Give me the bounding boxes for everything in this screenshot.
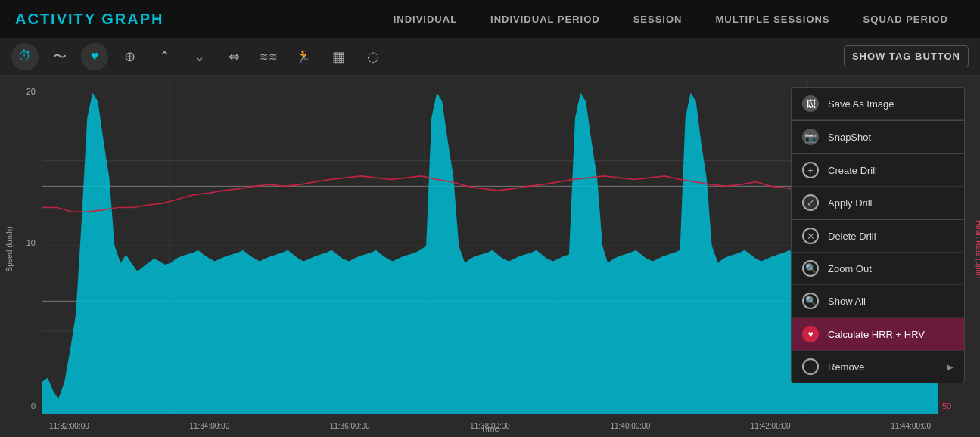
show-tag-button[interactable]: SHOW TAG BUTTON [844, 45, 969, 67]
minus-icon: − [802, 358, 819, 375]
heart-icon[interactable]: ♥ [81, 43, 108, 70]
create-drill-label: Create Drill [828, 165, 954, 176]
y-left-label-bottom: 0 [31, 401, 36, 411]
bar-chart-icon[interactable]: ▦ [325, 43, 352, 70]
x-axis-label: Time [481, 424, 499, 433]
y-axis-left: 20 10 0 Speed (km/h) [0, 76, 42, 414]
calculate-hrr-label: Calculate HRR + HRV [828, 329, 954, 340]
submenu-arrow: ▶ [947, 363, 954, 371]
heart-filled-icon: ♥ [802, 326, 819, 342]
menu-item-delete-drill[interactable]: ✕ Delete Drill [792, 220, 964, 253]
x-label-5: 11:42:00:00 [751, 422, 791, 430]
chevron-up-icon[interactable]: ⌃ [151, 43, 178, 70]
y-left-axis-label: Speed (km/h) [5, 226, 14, 271]
x-label-0: 11:32:00:00 [49, 422, 89, 430]
nav-tabs: INDIVIDUAL INDIVIDUAL PERIOD SESSION MUL… [377, 0, 965, 38]
show-all-label: Show All [828, 296, 954, 307]
app-title: ACTIVITY GRAPH [15, 11, 164, 28]
check-icon: ✓ [802, 194, 819, 211]
y-right-label-bottom: 50 [942, 401, 951, 411]
context-menu: 🖼 Save As Image 📷 SnapShot + Create Dril… [791, 87, 965, 383]
menu-item-show-all[interactable]: 🔍 Show All [792, 285, 964, 318]
image-icon: 🖼 [802, 95, 819, 112]
y-left-label-top: 20 [26, 87, 36, 96]
chevron-down-icon[interactable]: ⌄ [185, 43, 213, 70]
chart-area: 20 10 0 Speed (km/h) 150 100 50 Heart Ra… [0, 76, 980, 437]
toolbar: ⏱ 〜 ♥ ⊕ ⌃ ⌄ ⇔ ≋≋ 🏃 ▦ ◌ SHOW TAG BUTTON [0, 38, 980, 76]
header: ACTIVITY GRAPH INDIVIDUAL INDIVIDUAL PER… [0, 0, 980, 38]
y-right-axis-label: Heart Rate (bpm) [975, 220, 981, 278]
menu-item-snapshot[interactable]: 📷 SnapShot [792, 121, 964, 153]
x-icon: ✕ [802, 228, 819, 244]
menu-item-create-drill[interactable]: + Create Drill [792, 154, 964, 187]
remove-label: Remove [828, 361, 938, 373]
x-label-6: 11:44:00:00 [891, 422, 931, 430]
menu-item-save-as-image[interactable]: 🖼 Save As Image [792, 88, 964, 120]
tab-individual-period[interactable]: INDIVIDUAL PERIOD [474, 0, 617, 38]
x-label-1: 11:34:00:00 [189, 422, 229, 430]
graph-icon[interactable]: 〜 [46, 43, 73, 70]
y-left-label-mid: 10 [26, 238, 36, 247]
search-all-icon: 🔍 [802, 293, 819, 309]
menu-item-remove[interactable]: − Remove ▶ [792, 351, 964, 383]
plus-icon: + [802, 162, 819, 178]
x-label-4: 11:40:00:00 [610, 422, 650, 430]
zoom-out-label: Zoom Out [828, 263, 954, 274]
timer-icon[interactable]: ⏱ [11, 43, 39, 70]
tab-squad-period[interactable]: SQUAD PERIOD [847, 0, 965, 38]
menu-item-calculate-hrr[interactable]: ♥ Calculate HRR + HRV [792, 318, 964, 351]
search-minus-icon: 🔍 [802, 260, 819, 277]
tab-individual[interactable]: INDIVIDUAL [377, 0, 474, 38]
delete-drill-label: Delete Drill [828, 231, 954, 242]
heart-monitor-icon[interactable]: ⊕ [116, 43, 143, 70]
menu-item-apply-drill[interactable]: ✓ Apply Drill [792, 187, 964, 219]
tab-session[interactable]: SESSION [617, 0, 699, 38]
runner-icon[interactable]: 🏃 [290, 43, 317, 70]
tab-multiple-sessions[interactable]: MULTIPLE SESSIONS [698, 0, 846, 38]
x-label-2: 11:36:00:00 [330, 422, 370, 430]
save-as-image-label: Save As Image [828, 98, 954, 110]
snapshot-label: SnapShot [828, 132, 954, 143]
arrows-icon[interactable]: ⇔ [220, 43, 247, 70]
menu-item-zoom-out[interactable]: 🔍 Zoom Out [792, 253, 964, 285]
video-icon: 📷 [802, 129, 819, 145]
circle-dash-icon[interactable]: ◌ [359, 43, 387, 70]
waveform-icon[interactable]: ≋≋ [255, 43, 282, 70]
apply-drill-label: Apply Drill [828, 197, 954, 209]
